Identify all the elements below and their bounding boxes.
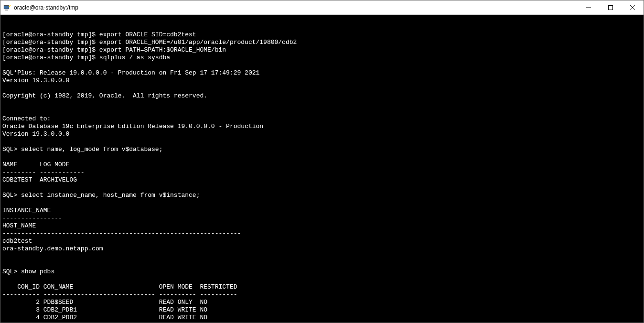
terminal-line — [2, 100, 642, 108]
terminal-line: 3 CDB2_PDB1 READ WRITE NO — [2, 306, 642, 314]
terminal-line: 4 CDB2_PDB2 READ WRITE NO — [2, 314, 642, 322]
terminal-line — [2, 276, 642, 283]
terminal-line: [oracle@ora-standby tmp]$ sqlplus / as s… — [2, 54, 642, 62]
terminal-line: SQL> select instance_name, host_name fro… — [2, 192, 642, 199]
terminal-line: CDB2TEST ARCHIVELOG — [2, 176, 642, 184]
minimize-button[interactable] — [578, 0, 600, 14]
terminal-line: Oracle Database 19c Enterprise Edition R… — [2, 123, 642, 130]
terminal-line: 2 PDB$SEED READ ONLY NO — [2, 299, 642, 306]
terminal-line — [2, 260, 642, 268]
terminal-line: [oracle@ora-standby tmp]$ export ORACLE_… — [2, 39, 642, 46]
svg-rect-1 — [4, 6, 9, 9]
terminal-line: Copyright (c) 1982, 2019, Oracle. All ri… — [2, 92, 642, 100]
terminal-line: Connected to: — [2, 115, 642, 123]
terminal-area[interactable]: [oracle@ora-standby tmp]$ export ORACLE_… — [0, 15, 644, 323]
window-controls — [578, 0, 644, 14]
terminal-line: Version 19.3.0.0.0 — [2, 77, 642, 85]
terminal-line: ----------------------------------------… — [2, 230, 642, 237]
terminal-line — [2, 108, 642, 115]
titlebar[interactable]: oracle@ora-standby:/tmp — [0, 0, 644, 15]
terminal-line: SQL> show pdbs — [2, 268, 642, 276]
terminal-line — [2, 153, 642, 161]
terminal-line: 5 CDB2_PDB3 READ WRITE NO — [2, 322, 642, 323]
terminal-line — [2, 138, 642, 146]
terminal-line: NAME LOG_MODE — [2, 161, 642, 169]
terminal-line — [2, 253, 642, 260]
terminal-line — [2, 85, 642, 92]
terminal-line: HOST_NAME — [2, 222, 642, 230]
svg-rect-5 — [609, 5, 613, 10]
terminal-line: CON_ID CON_NAME OPEN MODE RESTRICTED — [2, 283, 642, 291]
terminal-line: SQL> select name, log_mode from v$databa… — [2, 146, 642, 153]
putty-icon — [3, 4, 11, 11]
terminal-line: [oracle@ora-standby tmp]$ export PATH=$P… — [2, 46, 642, 54]
maximize-button[interactable] — [600, 0, 622, 14]
terminal-line: cdb2test — [2, 237, 642, 245]
putty-window: oracle@ora-standby:/tmp [oracle@ora-stan… — [0, 0, 644, 323]
terminal-line — [2, 62, 642, 69]
terminal-output: [oracle@ora-standby tmp]$ export ORACLE_… — [2, 31, 642, 323]
terminal-line: ---------------- — [2, 215, 642, 222]
terminal-line: --------- ------------ — [2, 169, 642, 176]
svg-rect-3 — [5, 10, 8, 11]
svg-rect-2 — [5, 10, 8, 10]
window-title: oracle@ora-standby:/tmp — [14, 4, 578, 11]
terminal-line: ---------- -----------------------------… — [2, 291, 642, 299]
terminal-line: INSTANCE_NAME — [2, 207, 642, 215]
terminal-line — [2, 199, 642, 207]
terminal-line: [oracle@ora-standby tmp]$ export ORACLE_… — [2, 31, 642, 39]
terminal-line: ora-standby.demo.netapp.com — [2, 245, 642, 253]
terminal-line: Version 19.3.0.0.0 — [2, 130, 642, 138]
close-button[interactable] — [622, 0, 644, 14]
terminal-line: SQL*Plus: Release 19.0.0.0.0 - Productio… — [2, 69, 642, 77]
terminal-line — [2, 184, 642, 192]
